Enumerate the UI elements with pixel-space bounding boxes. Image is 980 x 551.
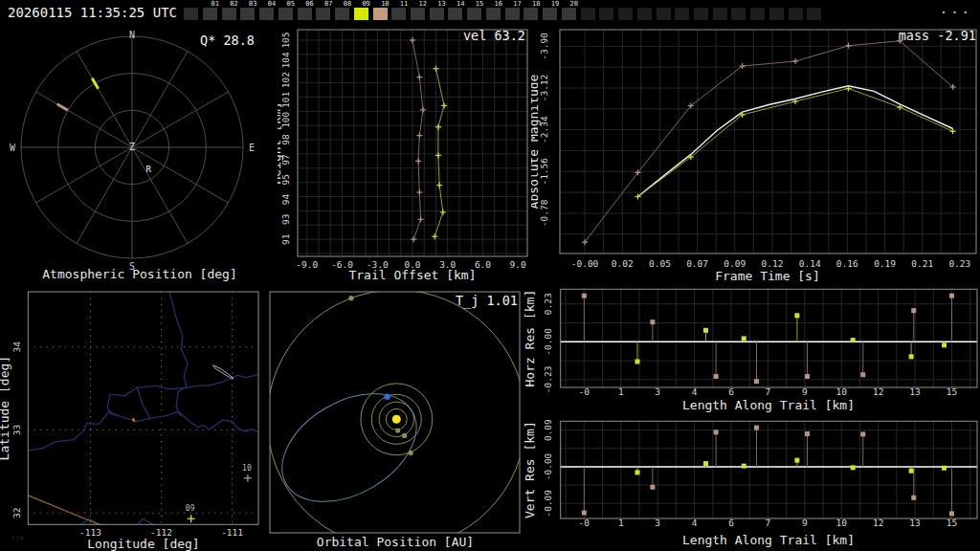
label: 4 <box>692 386 698 397</box>
frame-thumb-box[interactable] <box>731 8 746 20</box>
frame-thumb-15[interactable]: 15 <box>467 0 481 21</box>
frame-thumb-box[interactable] <box>543 8 557 20</box>
stem-marker <box>942 342 947 347</box>
label: Longitude [deg] <box>87 537 199 551</box>
frame-thumb-blank-33[interactable] <box>807 0 821 21</box>
frame-thumb-blank-24[interactable] <box>637 0 652 21</box>
frame-thumb-blank-22[interactable] <box>599 0 613 21</box>
frame-thumb-blank-32[interactable] <box>789 0 803 21</box>
label: 0.02 <box>612 258 634 269</box>
planet-venus <box>402 433 407 438</box>
frame-thumb-10[interactable]: 10 <box>373 0 388 21</box>
frame-thumb-box[interactable] <box>599 8 613 20</box>
frame-thumb-box[interactable] <box>713 8 727 20</box>
stem-marker <box>635 470 639 474</box>
sun <box>392 415 401 424</box>
frame-thumb-box[interactable] <box>259 8 274 20</box>
frame-thumb-box[interactable] <box>316 8 330 20</box>
stem-marker <box>942 466 947 471</box>
app-screen: 20260115 11:35:25 UTC 010203040506070809… <box>0 0 980 551</box>
frame-thumb-blank-23[interactable] <box>618 0 633 21</box>
frame-thumb-13[interactable]: 13 <box>430 0 444 21</box>
frame-thumb-02[interactable]: 02 <box>222 0 236 21</box>
frame-thumb-blank-31[interactable] <box>769 0 784 21</box>
frame-thumb-box[interactable] <box>505 8 520 20</box>
stem-marker <box>742 464 746 469</box>
frame-thumb-09[interactable]: 09 <box>354 0 368 21</box>
frame-thumb-blank-28[interactable] <box>713 0 727 21</box>
label: Frame Time [s] <box>715 269 820 283</box>
frame-thumb-box[interactable] <box>373 8 388 20</box>
frame-thumb-box[interactable] <box>430 8 444 20</box>
frame-thumb-12[interactable]: 12 <box>411 0 425 21</box>
frame-thumb-label: 12 <box>419 1 427 8</box>
frame-thumb-08[interactable]: 08 <box>335 0 349 21</box>
frame-thumb-box[interactable] <box>657 8 671 20</box>
label: vel 63.2 <box>463 28 525 43</box>
frame-thumb-box[interactable] <box>354 8 368 20</box>
label: Atmospheric Position [deg] <box>42 267 237 281</box>
frame-thumb-box[interactable] <box>335 8 349 20</box>
label: Z <box>129 142 135 152</box>
frame-thumb-18[interactable]: 18 <box>523 0 538 21</box>
map-grid <box>28 292 258 524</box>
frame-thumb-blank-25[interactable] <box>657 0 671 21</box>
frame-thumb-20[interactable]: 20 <box>562 0 576 21</box>
stem-marker <box>742 336 746 341</box>
frame-thumb-box[interactable] <box>807 8 821 20</box>
frame-thumb-box[interactable] <box>411 8 425 20</box>
frame-thumb-box[interactable] <box>278 8 293 20</box>
frame-thumb-box[interactable] <box>240 8 255 20</box>
frame-thumb-box[interactable] <box>618 8 633 20</box>
label: Vert Res [km] <box>523 421 537 518</box>
frame-thumb-04[interactable]: 04 <box>259 0 274 21</box>
frame-thumb-box[interactable] <box>562 8 576 20</box>
frame-thumb-box[interactable] <box>523 8 538 20</box>
frame-thumb-16[interactable]: 16 <box>486 0 501 21</box>
frame-thumb-box[interactable] <box>203 8 217 20</box>
lake-outline <box>213 365 234 379</box>
station-marker-09: 09 <box>186 504 195 522</box>
frame-thumb-box[interactable] <box>222 8 236 20</box>
label: 32 <box>11 507 22 518</box>
frame-thumb-14[interactable]: 14 <box>448 0 462 21</box>
label: 15 <box>947 518 957 528</box>
frame-thumb-box[interactable] <box>184 8 198 20</box>
frame-thumb-11[interactable]: 11 <box>391 0 406 21</box>
frame-thumb-01[interactable]: 01 <box>203 0 217 21</box>
frame-thumb-box[interactable] <box>769 8 784 20</box>
frame-thumb-box[interactable] <box>581 8 595 20</box>
label: W <box>10 143 16 153</box>
frame-thumb-box[interactable] <box>675 8 689 20</box>
frame-thumb-box[interactable] <box>467 8 481 20</box>
frame-thumb-blank-26[interactable] <box>675 0 689 21</box>
frame-thumb-label: 09 <box>362 1 369 8</box>
frame-thumb-box[interactable] <box>448 8 462 20</box>
label: mass -2.91 <box>899 28 976 43</box>
frame-thumb-blank-0[interactable] <box>184 0 198 21</box>
frame-thumb-17[interactable]: 17 <box>505 0 520 21</box>
overflow-menu-button[interactable]: ... <box>940 1 972 16</box>
frame-thumb-box[interactable] <box>750 8 765 20</box>
frame-thumb-label: 11 <box>400 1 408 8</box>
label: 3 <box>655 386 660 397</box>
frame-thumb-05[interactable]: 05 <box>278 0 293 21</box>
frame-thumb-blank-27[interactable] <box>694 0 708 21</box>
frame-thumb-box[interactable] <box>298 8 312 20</box>
label: Horz Res [km] <box>523 290 537 387</box>
panel-trail-offset: -9.0-6.0-3.00.03.06.09.09193949597981001… <box>278 27 531 287</box>
label: -111 <box>221 527 243 538</box>
frame-thumb-box[interactable] <box>694 8 708 20</box>
frame-thumb-box[interactable] <box>391 8 406 20</box>
frame-thumb-box[interactable] <box>486 8 501 20</box>
frame-thumb-blank-30[interactable] <box>750 0 765 21</box>
frame-thumb-box[interactable] <box>789 8 803 20</box>
meteoroid-orbit <box>268 371 435 523</box>
frame-thumb-06[interactable]: 06 <box>298 0 312 21</box>
frame-thumb-07[interactable]: 07 <box>316 0 330 21</box>
frame-thumb-blank-21[interactable] <box>581 0 595 21</box>
frame-thumb-blank-29[interactable] <box>731 0 746 21</box>
frame-thumb-box[interactable] <box>637 8 652 20</box>
frame-thumb-19[interactable]: 19 <box>543 0 557 21</box>
frame-thumb-03[interactable]: 03 <box>240 0 255 21</box>
